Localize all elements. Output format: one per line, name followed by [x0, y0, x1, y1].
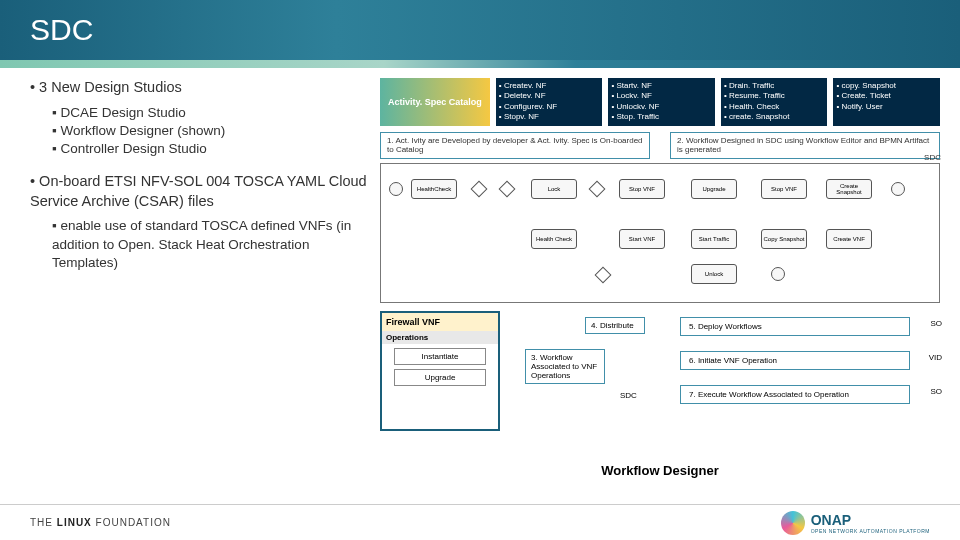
vid-tag: VID	[929, 353, 942, 362]
bpmn-task: Create Snapshot	[826, 179, 872, 199]
bullet-sub-1c: Controller Design Studio	[52, 140, 370, 158]
slide-header: SDC	[0, 0, 960, 60]
catalog-item: Resume. Traffic	[724, 91, 822, 101]
catalog-item: Createv. NF	[499, 81, 597, 91]
diagram-column: Activity. Spec Catalog Createv. NF Delet…	[380, 78, 940, 480]
bpmn-task: Start VNF	[619, 229, 665, 249]
bullet-sub-1b: Workflow Designer (shown)	[52, 122, 370, 140]
vnf-ops-header: Operations	[382, 331, 498, 344]
bpmn-diagram: SDC HealthCheck Lock Stop VNF Upgrade St…	[380, 163, 940, 303]
gateway-icon	[471, 180, 488, 197]
catalog-col-2: Startv. NF Lockv. NF Unlockv. NF Stop. T…	[608, 78, 715, 126]
start-event-icon	[389, 182, 403, 196]
end-event-icon	[771, 267, 785, 281]
catalog-item: Deletev. NF	[499, 91, 597, 101]
vnf-op-upgrade: Upgrade	[394, 369, 486, 386]
catalog-item: Drain. Traffic	[724, 81, 822, 91]
vnf-title: Firewall VNF	[382, 313, 498, 331]
activity-catalog: Activity. Spec Catalog Createv. NF Delet…	[380, 78, 940, 126]
bpmn-task: Lock	[531, 179, 577, 199]
catalog-item: Lockv. NF	[611, 91, 709, 101]
flow-step-7: 7. Execute Workflow Associated to Operat…	[680, 385, 910, 404]
so-tag: SO	[930, 319, 942, 328]
onap-logo: ONAP OPEN NETWORK AUTOMATION PLATFORM	[781, 511, 930, 535]
vnf-op-instantiate: Instantiate	[394, 348, 486, 365]
catalog-item: Stop. Traffic	[611, 112, 709, 122]
gateway-icon	[589, 180, 606, 197]
lf-word: FOUNDATION	[96, 517, 171, 528]
onap-swirl-icon	[781, 511, 805, 535]
bpmn-task: Stop VNF	[619, 179, 665, 199]
flow-step-5: 5. Deploy Workflows	[680, 317, 910, 336]
bpmn-task: Start Traffic	[691, 229, 737, 249]
catalog-label: Activity. Spec Catalog	[380, 78, 490, 126]
bullet-main-1: 3 New Design Studios	[30, 78, 370, 98]
catalog-item: Create. Ticket	[836, 91, 934, 101]
bpmn-task: Copy Snapshot	[761, 229, 807, 249]
catalog-item: copy. Snapshot	[836, 81, 934, 91]
catalog-item: create. Snapshot	[724, 112, 822, 122]
catalog-item: Configurev. NF	[499, 102, 597, 112]
catalog-item: Notify. User	[836, 102, 934, 112]
catalog-col-3: Drain. Traffic Resume. Traffic Health. C…	[721, 78, 828, 126]
sdc-tag: SDC	[924, 153, 941, 162]
bullet-sub-2a: enable use of standard TOSCA defined VNF…	[52, 217, 370, 272]
catalog-col-4: copy. Snapshot Create. Ticket Notify. Us…	[833, 78, 940, 126]
linux-foundation-logo: THE LINUX FOUNDATION	[30, 517, 171, 528]
step-2: 2. Workflow Designed in SDC using Workfl…	[670, 132, 940, 159]
gateway-icon	[595, 266, 612, 283]
onap-subtitle: OPEN NETWORK AUTOMATION PLATFORM	[811, 528, 930, 534]
catalog-item: Startv. NF	[611, 81, 709, 91]
end-event-icon	[891, 182, 905, 196]
sdc-tag: SDC	[620, 391, 637, 400]
text-column: 3 New Design Studios DCAE Design Studio …	[30, 78, 380, 480]
catalog-item: Unlockv. NF	[611, 102, 709, 112]
bpmn-task: Health Check	[531, 229, 577, 249]
lf-word: LINUX	[57, 517, 92, 528]
bottom-flow: Firewall VNF Operations Instantiate Upgr…	[380, 311, 940, 431]
slide-title: SDC	[30, 13, 93, 47]
lf-word: THE	[30, 517, 53, 528]
workflow-designer-title: Workflow Designer	[601, 463, 719, 478]
bpmn-task: Stop VNF	[761, 179, 807, 199]
bpmn-task: Upgrade	[691, 179, 737, 199]
header-decoration	[0, 60, 960, 68]
catalog-col-1: Createv. NF Deletev. NF Configurev. NF S…	[496, 78, 603, 126]
slide-footer: THE LINUX FOUNDATION ONAP OPEN NETWORK A…	[0, 504, 960, 540]
catalog-item: Health. Check	[724, 102, 822, 112]
bullet-sub-1a: DCAE Design Studio	[52, 104, 370, 122]
vnf-box: Firewall VNF Operations Instantiate Upgr…	[380, 311, 500, 431]
bullet-main-2: On-board ETSI NFV-SOL 004 TOSCA YAML Clo…	[30, 172, 370, 211]
catalog-item: Stopv. NF	[499, 112, 597, 122]
bpmn-task: Create VNF	[826, 229, 872, 249]
flow-step-6: 6. Initiate VNF Operation	[680, 351, 910, 370]
slide-body: 3 New Design Studios DCAE Design Studio …	[0, 60, 960, 490]
step-row: 1. Act. Ivity are Developed by developer…	[380, 132, 940, 159]
gateway-icon	[499, 180, 516, 197]
step-1: 1. Act. Ivity are Developed by developer…	[380, 132, 650, 159]
onap-text: ONAP	[811, 512, 930, 528]
so-tag: SO	[930, 387, 942, 396]
flow-step-3: 3. Workflow Associated to VNF Operations	[525, 349, 605, 385]
flow-step-4: 4. Distribute	[585, 317, 645, 334]
bpmn-task: Unlock	[691, 264, 737, 284]
bpmn-task: HealthCheck	[411, 179, 457, 199]
